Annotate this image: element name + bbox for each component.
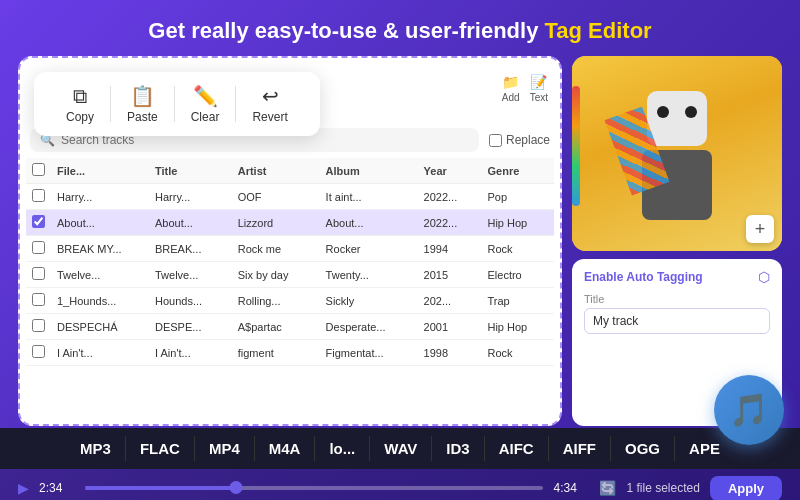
auto-tag-label: Enable Auto Tagging — [584, 270, 703, 284]
row-checkbox[interactable] — [32, 241, 45, 254]
row-title: BREAK... — [149, 236, 232, 262]
row-genre: Rock — [481, 340, 554, 366]
row-check[interactable] — [26, 236, 51, 262]
row-album: It aint... — [320, 184, 418, 210]
left-panel: ⧉ Copy 📋 Paste ✏️ Clear ↩ Revert 🔍 — [18, 56, 562, 426]
text-label: Text — [530, 92, 548, 103]
paste-button[interactable]: 📋 Paste — [113, 80, 172, 128]
col-check — [26, 158, 51, 184]
row-artist: figment — [232, 340, 320, 366]
bottom-bar: ▶ 2:34 4:34 🔄 1 file selected Apply — [0, 469, 800, 500]
row-artist: Six by day — [232, 262, 320, 288]
play-button[interactable]: ▶ — [18, 480, 29, 496]
row-checkbox[interactable] — [32, 319, 45, 332]
row-checkbox[interactable] — [32, 215, 45, 228]
title-field-label: Title — [584, 293, 770, 305]
table-row[interactable]: I Ain't... I Ain't... figment Figmentat.… — [26, 340, 554, 366]
table-row[interactable]: BREAK MY... BREAK... Rock me Rocker 1994… — [26, 236, 554, 262]
format-item-ogg[interactable]: OGG — [611, 436, 675, 461]
row-checkbox[interactable] — [32, 345, 45, 358]
col-file: File... — [51, 158, 149, 184]
replace-checkbox[interactable] — [489, 134, 502, 147]
add-button[interactable]: 📁 Add — [502, 74, 520, 103]
revert-icon: ↩ — [262, 84, 279, 108]
row-album: Figmentat... — [320, 340, 418, 366]
row-year: 2022... — [418, 210, 482, 236]
revert-label: Revert — [252, 110, 287, 124]
col-artist: Artist — [232, 158, 320, 184]
format-item-wav[interactable]: WAV — [370, 436, 432, 461]
auto-tag-icon[interactable]: ⬡ — [758, 269, 770, 285]
clear-button[interactable]: ✏️ Clear — [177, 80, 234, 128]
col-title: Title — [149, 158, 232, 184]
format-item-mp4[interactable]: MP4 — [195, 436, 255, 461]
header-text: Get really easy-to-use & user-friendly — [148, 18, 544, 43]
row-genre: Electro — [481, 262, 554, 288]
format-item-lo[interactable]: lo... — [315, 436, 370, 461]
title-input[interactable] — [584, 308, 770, 334]
copy-button[interactable]: ⧉ Copy — [52, 81, 108, 128]
table-row[interactable]: About... About... Lizzord About... 2022.… — [26, 210, 554, 236]
robot-eye-left — [657, 106, 669, 118]
paste-label: Paste — [127, 110, 158, 124]
text-button[interactable]: 📝 Text — [530, 74, 548, 103]
album-art: + S... — [572, 56, 782, 251]
toolbar-divider-2 — [174, 86, 175, 122]
toolbar-divider-3 — [235, 86, 236, 122]
format-item-aiff[interactable]: AIFF — [549, 436, 611, 461]
apply-button[interactable]: Apply — [710, 476, 782, 501]
copy-icon: ⧉ — [73, 85, 87, 108]
format-item-mp3[interactable]: MP3 — [66, 436, 126, 461]
replace-area: Replace — [489, 133, 550, 147]
total-time: 4:34 — [553, 481, 589, 495]
row-check[interactable] — [26, 184, 51, 210]
row-check[interactable] — [26, 288, 51, 314]
row-check[interactable] — [26, 314, 51, 340]
progress-dot — [230, 481, 243, 494]
robot-illustration — [627, 91, 727, 251]
album-art-add-button[interactable]: + — [746, 215, 774, 243]
row-artist: Rock me — [232, 236, 320, 262]
row-check[interactable] — [26, 340, 51, 366]
loop-icon[interactable]: 🔄 — [599, 480, 616, 496]
row-album: Twenty... — [320, 262, 418, 288]
row-file: Twelve... — [51, 262, 149, 288]
row-checkbox[interactable] — [32, 189, 45, 202]
clear-icon: ✏️ — [193, 84, 218, 108]
table-row[interactable]: Harry... Harry... OOF It aint... 2022...… — [26, 184, 554, 210]
add-label: Add — [502, 92, 520, 103]
toolbar-divider-1 — [110, 86, 111, 122]
format-item-aifc[interactable]: AIFC — [485, 436, 549, 461]
revert-button[interactable]: ↩ Revert — [238, 80, 301, 128]
row-title: I Ain't... — [149, 340, 232, 366]
row-genre: Trap — [481, 288, 554, 314]
auto-tag-row: Enable Auto Tagging ⬡ — [584, 269, 770, 285]
add-icon: 📁 — [502, 74, 519, 90]
table-row[interactable]: Twelve... Twelve... Six by day Twenty...… — [26, 262, 554, 288]
text-icon: 📝 — [530, 74, 547, 90]
row-year: 202... — [418, 288, 482, 314]
format-item-id3[interactable]: ID3 — [432, 436, 484, 461]
app-header: Get really easy-to-use & user-friendly T… — [0, 0, 800, 56]
right-panel: + S... Enable Auto Tagging ⬡ Title — [572, 56, 782, 426]
add-text-controls: 📁 Add 📝 Text — [502, 74, 548, 103]
format-item-flac[interactable]: FLAC — [126, 436, 195, 461]
row-year: 2001 — [418, 314, 482, 340]
robot-head — [647, 91, 707, 146]
table-body: Harry... Harry... OOF It aint... 2022...… — [26, 184, 554, 366]
row-checkbox[interactable] — [32, 267, 45, 280]
select-all-checkbox[interactable] — [32, 163, 45, 176]
row-check[interactable] — [26, 210, 51, 236]
row-check[interactable] — [26, 262, 51, 288]
progress-bar[interactable] — [85, 486, 543, 490]
row-album: Desperate... — [320, 314, 418, 340]
row-artist: OOF — [232, 184, 320, 210]
table-row[interactable]: DESPECHÁ DESPE... A$partac Desperate... … — [26, 314, 554, 340]
format-item-m4a[interactable]: M4A — [255, 436, 316, 461]
format-item-ape[interactable]: APE — [675, 436, 734, 461]
progress-fill — [85, 486, 236, 490]
table-row[interactable]: 1_Hounds... Hounds... Rolling... Sickly … — [26, 288, 554, 314]
header-highlight: Tag Editor — [544, 18, 651, 43]
row-file: I Ain't... — [51, 340, 149, 366]
row-checkbox[interactable] — [32, 293, 45, 306]
